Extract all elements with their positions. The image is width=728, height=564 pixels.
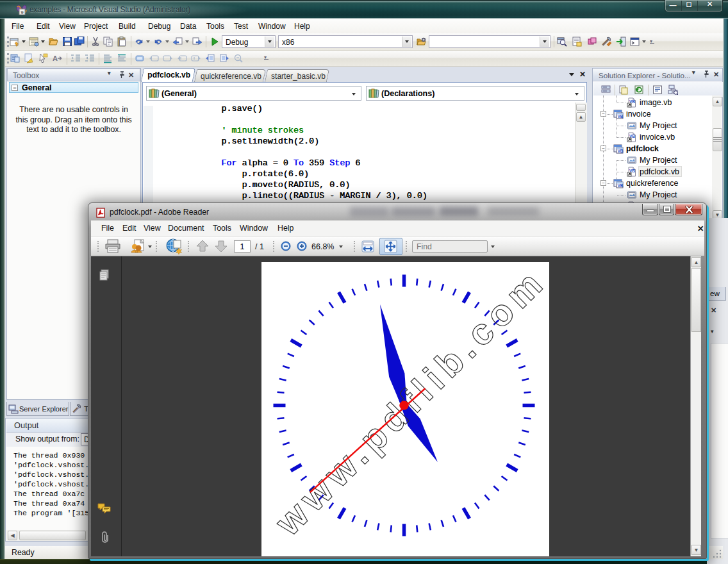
svg-text:VB: VB — [618, 183, 624, 188]
svg-text:9: 9 — [21, 10, 24, 15]
svg-text:VB: VB — [618, 149, 624, 153]
svg-text:VB: VB — [618, 114, 624, 119]
svg-text:A: A — [53, 54, 58, 62]
